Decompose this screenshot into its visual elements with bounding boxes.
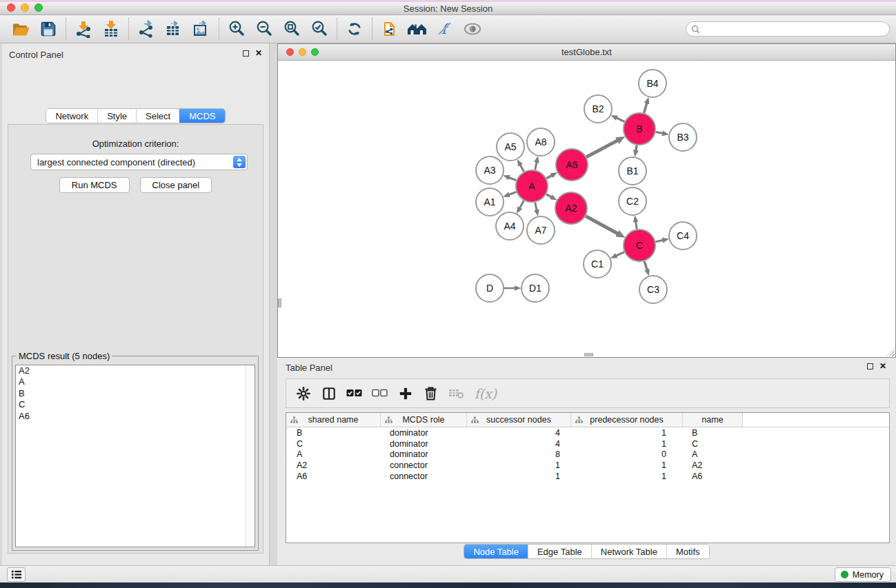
delete-columns-button[interactable]	[419, 382, 442, 405]
graph-edge-C-C1[interactable]	[616, 252, 625, 256]
tab-network-table[interactable]: Network Table	[591, 545, 666, 558]
graph-edge-A-A6[interactable]	[546, 175, 552, 179]
graph-edge-A-A3[interactable]	[508, 177, 516, 180]
table-row[interactable]: A6connector11A6	[286, 471, 889, 482]
memory-button[interactable]: Memory	[835, 567, 891, 582]
toggle-graphics-details-button[interactable]: f	[431, 17, 459, 41]
tab-select[interactable]: Select	[136, 109, 179, 123]
import-network-button[interactable]	[70, 17, 97, 41]
column-header-mcds-role[interactable]: MCDS role	[381, 413, 467, 427]
tab-node-table[interactable]: Node Table	[464, 545, 528, 558]
export-table-button[interactable]	[160, 17, 188, 41]
zoom-out-button[interactable]	[250, 17, 278, 41]
column-header-successor-nodes[interactable]: successor nodes	[467, 413, 571, 427]
close-panel-button[interactable]: Close panel	[140, 177, 212, 193]
table-row[interactable]: A2connector11A2	[286, 460, 889, 471]
graph-node-A3[interactable]: A3	[476, 156, 504, 184]
list-scrollbar[interactable]	[246, 365, 255, 547]
graph-edge-A-A4[interactable]	[519, 201, 524, 209]
zoom-in-button[interactable]	[223, 17, 250, 41]
graph-edge-B-B2[interactable]	[616, 118, 624, 122]
zoom-fit-button[interactable]	[278, 17, 306, 41]
graph-edge-B-B4[interactable]	[644, 103, 647, 113]
tab-motifs[interactable]: Motifs	[666, 545, 709, 558]
mcds-result-item[interactable]: A2	[16, 365, 255, 376]
graph-edge-C-C4[interactable]	[655, 240, 663, 242]
close-table-panel-icon[interactable]: ✕	[879, 363, 886, 370]
select-all-button[interactable]	[343, 382, 366, 405]
graph-node-B4[interactable]: B4	[639, 70, 666, 97]
node-table[interactable]: shared nameMCDS rolesuccessor nodesprede…	[286, 412, 890, 543]
float-table-panel-icon[interactable]	[867, 363, 873, 369]
graph-node-A6[interactable]: A6	[556, 149, 588, 181]
graph-edge-A-A8[interactable]	[535, 161, 537, 170]
graph-node-A5[interactable]: A5	[497, 133, 524, 161]
horizontal-scrollbar-thumb[interactable]	[584, 353, 593, 356]
mcds-result-item[interactable]: A	[16, 376, 255, 387]
graph-node-A7[interactable]: A7	[527, 216, 555, 244]
search-field[interactable]	[686, 21, 890, 37]
graph-edge-A-A5[interactable]	[520, 164, 524, 171]
mcds-result-item[interactable]: B	[16, 388, 255, 399]
graph-edge-A6-B[interactable]	[586, 140, 618, 156]
table-row[interactable]: Adominator80A	[286, 449, 889, 460]
column-header-shared-name[interactable]: shared name	[286, 413, 381, 427]
criterion-dropdown[interactable]: largest connected component (directed)	[30, 154, 248, 170]
graph-node-A1[interactable]: A1	[476, 188, 504, 216]
delete-table-button[interactable]	[445, 382, 468, 405]
search-input[interactable]	[703, 24, 889, 34]
graph-edge-A-A1[interactable]	[508, 192, 516, 194]
graph-node-C4[interactable]: C4	[669, 222, 697, 250]
graph-node-A4[interactable]: A4	[496, 212, 524, 240]
graph-node-A[interactable]: A	[516, 170, 548, 202]
export-network-button[interactable]	[132, 17, 160, 41]
import-table-button[interactable]	[97, 17, 125, 41]
graph-node-C1[interactable]: C1	[584, 250, 611, 278]
mcds-result-item[interactable]: C	[16, 399, 255, 410]
graph-edge-B-B1[interactable]	[636, 145, 637, 152]
zoom-selected-button[interactable]	[306, 17, 333, 41]
tab-edge-table[interactable]: Edge Table	[528, 545, 591, 558]
show-hide-panels-button[interactable]	[459, 17, 486, 41]
graph-node-B[interactable]: B	[624, 113, 655, 145]
column-header-name[interactable]: name	[683, 413, 743, 427]
birds-eye-view-button[interactable]	[404, 17, 431, 41]
graph-edge-C-C2[interactable]	[635, 221, 637, 230]
tab-network[interactable]: Network	[46, 109, 97, 123]
graph-node-A8[interactable]: A8	[527, 128, 555, 156]
graph-node-A2[interactable]: A2	[555, 192, 587, 224]
function-builder-button[interactable]: f(x)	[470, 382, 501, 405]
save-session-button[interactable]	[34, 17, 62, 41]
apply-layout-button[interactable]	[341, 17, 368, 41]
graph-node-D1[interactable]: D1	[521, 274, 549, 302]
table-row[interactable]: Bdominator41B	[286, 427, 889, 438]
column-header-predecessor-nodes[interactable]: predecessor nodes	[571, 413, 683, 427]
close-panel-icon[interactable]: ✕	[255, 50, 262, 57]
graph-node-C[interactable]: C	[624, 230, 655, 261]
graph-node-D[interactable]: D	[476, 274, 504, 302]
graph-edge-A2-C[interactable]	[586, 216, 618, 234]
graph-node-C3[interactable]: C3	[639, 276, 667, 303]
tab-style[interactable]: Style	[97, 109, 136, 123]
table-row[interactable]: Cdominator41C	[286, 438, 889, 449]
mcds-result-list[interactable]: A2ABCA6	[15, 365, 255, 547]
graph-edge-B-B3[interactable]	[656, 132, 664, 133]
tab-mcds[interactable]: MCDS	[179, 109, 224, 123]
graph-edge-C-C3[interactable]	[644, 261, 647, 270]
create-column-button[interactable]	[394, 382, 417, 405]
graph-node-B1[interactable]: B1	[619, 157, 646, 185]
show-columns-button[interactable]	[317, 382, 340, 405]
export-image-button[interactable]	[188, 17, 215, 41]
graph-edge-A-A2[interactable]	[546, 194, 552, 198]
graph-node-B2[interactable]: B2	[584, 95, 612, 123]
mcds-result-item[interactable]: A6	[16, 411, 255, 422]
duplicate-network-button[interactable]	[376, 17, 404, 41]
graph-node-B3[interactable]: B3	[669, 123, 697, 151]
vertical-scrollbar-thumb[interactable]	[278, 298, 281, 307]
task-history-button[interactable]	[7, 567, 26, 582]
network-canvas[interactable]: AA1A2A3A4A5A6A7A8BB1B2B3B4CC1C2C3C4DD1	[278, 61, 895, 357]
table-options-button[interactable]	[292, 382, 315, 405]
unselect-all-button[interactable]	[368, 382, 391, 405]
graph-edge-A-A7[interactable]	[535, 203, 537, 211]
float-panel-icon[interactable]	[243, 50, 249, 57]
